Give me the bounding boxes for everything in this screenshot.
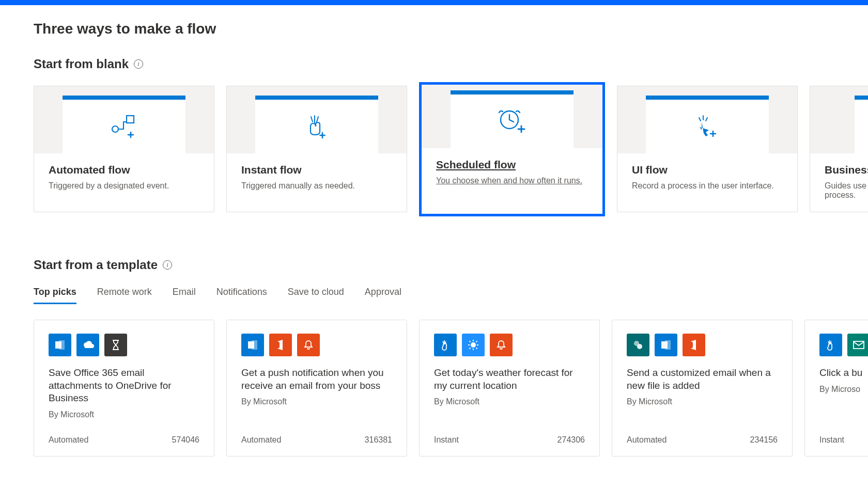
onedrive-icon — [76, 334, 99, 356]
card-illustration — [810, 86, 868, 153]
template-type: Automated — [241, 435, 281, 445]
office-icon — [683, 334, 705, 356]
card-title: Scheduled flow — [436, 159, 588, 171]
blank-card-business[interactable]: Business Guides use process. — [810, 86, 868, 212]
template-title: Send a customized email when a new file … — [627, 367, 778, 392]
section-header-blank: Start from blank i — [34, 57, 868, 71]
card-title: Instant flow — [241, 164, 392, 176]
template-card[interactable]: Get today's weather forecast for my curr… — [419, 320, 600, 456]
tab-email[interactable]: Email — [173, 287, 196, 304]
svg-rect-0 — [127, 116, 134, 123]
template-title: Save Office 365 email attachments to One… — [49, 367, 199, 405]
button-icon — [819, 334, 842, 356]
tab-save-to-cloud[interactable]: Save to cloud — [288, 287, 344, 304]
template-type: Instant — [434, 435, 459, 445]
template-card[interactable]: Click a bu By Microso Instant — [804, 320, 868, 456]
card-illustration — [227, 86, 407, 153]
template-author: By Microsoft — [627, 397, 778, 406]
mail-icon — [847, 334, 868, 356]
card-illustration — [617, 86, 797, 153]
blank-card-row: Automated flow Triggered by a designated… — [34, 86, 868, 216]
section-title-blank: Start from blank — [34, 57, 129, 71]
template-card-row: Save Office 365 email attachments to One… — [34, 320, 868, 456]
info-icon[interactable]: i — [134, 59, 143, 69]
tab-approval[interactable]: Approval — [365, 287, 401, 304]
card-description: Triggered manually as needed. — [241, 181, 392, 191]
outlook-icon — [49, 334, 71, 356]
template-title: Click a bu — [819, 367, 868, 380]
template-count: 316381 — [365, 435, 392, 445]
section-title-template: Start from a template — [34, 258, 158, 272]
template-tabs: Top picks Remote work Email Notification… — [34, 287, 868, 304]
tab-notifications[interactable]: Notifications — [216, 287, 267, 304]
top-bar — [0, 0, 868, 5]
card-description: You choose when and how often it runs. — [436, 176, 588, 185]
bell-icon — [490, 334, 513, 356]
template-card[interactable]: Save Office 365 email attachments to One… — [34, 320, 214, 456]
scheduled-flow-icon — [497, 108, 527, 134]
svg-rect-4 — [59, 340, 65, 350]
template-card[interactable]: Send a customized email when a new file … — [612, 320, 793, 456]
info-icon[interactable]: i — [163, 260, 172, 270]
card-illustration — [422, 85, 602, 148]
template-author: By Microsoft — [49, 410, 199, 419]
template-count: 234156 — [750, 435, 778, 445]
svg-point-7 — [471, 342, 476, 348]
svg-point-1 — [112, 126, 118, 132]
blank-card-instant[interactable]: Instant flow Triggered manually as neede… — [226, 86, 407, 212]
template-count: 274306 — [557, 435, 585, 445]
outlook-icon — [241, 334, 264, 356]
blank-card-automated[interactable]: Automated flow Triggered by a designated… — [34, 86, 214, 212]
template-type: Automated — [627, 435, 667, 445]
card-title: Automated flow — [49, 164, 199, 176]
ui-flow-icon — [694, 115, 720, 138]
sharepoint-icon — [627, 334, 649, 356]
template-title: Get a push notification when you receive… — [241, 367, 392, 392]
automated-flow-icon — [111, 115, 137, 138]
tab-top-picks[interactable]: Top picks — [34, 287, 76, 304]
button-icon — [434, 334, 457, 356]
card-description: Record a process in the user interface. — [632, 181, 783, 191]
tab-remote-work[interactable]: Remote work — [97, 287, 152, 304]
icon-row — [434, 334, 585, 356]
template-type: Instant — [819, 435, 844, 445]
icon-row — [819, 334, 868, 356]
template-author: By Microsoft — [241, 397, 392, 406]
page-title: Three ways to make a flow — [34, 21, 868, 37]
icon-row — [627, 334, 778, 356]
office-icon — [269, 334, 292, 356]
card-title: UI flow — [632, 164, 783, 176]
svg-point-9 — [637, 344, 642, 349]
card-illustration — [34, 86, 214, 153]
card-description: Triggered by a designated event. — [49, 181, 199, 191]
template-author: By Microsoft — [434, 397, 585, 406]
svg-rect-6 — [252, 340, 257, 350]
instant-flow-icon — [303, 114, 330, 139]
outlook-icon — [655, 334, 677, 356]
svg-rect-11 — [665, 340, 671, 350]
blank-card-scheduled[interactable]: Scheduled flow You choose when and how o… — [419, 82, 605, 216]
template-count: 574046 — [172, 435, 199, 445]
weather-icon — [462, 334, 485, 356]
hourglass-icon — [104, 334, 127, 356]
card-description: Guides use process. — [825, 181, 868, 200]
bell-icon — [297, 334, 320, 356]
icon-row — [49, 334, 199, 356]
icon-row — [241, 334, 392, 356]
template-author: By Microso — [819, 385, 868, 394]
template-title: Get today's weather forecast for my curr… — [434, 367, 585, 392]
card-title: Business — [825, 164, 868, 176]
blank-card-ui[interactable]: UI flow Record a process in the user int… — [617, 86, 798, 212]
section-header-template: Start from a template i — [34, 258, 868, 272]
template-type: Automated — [49, 435, 88, 445]
template-card[interactable]: Get a push notification when you receive… — [226, 320, 407, 456]
